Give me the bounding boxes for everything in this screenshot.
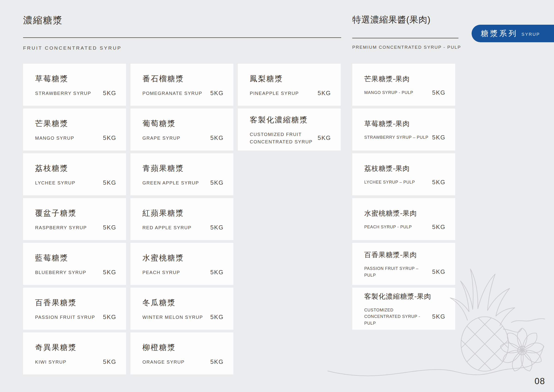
product-card: 冬瓜糖漿 WINTER MELON SYRUP 5KG (131, 288, 233, 330)
product-name-zh: 葡萄糖漿 (142, 119, 224, 128)
product-card: 客製化濃縮糖漿 CUSTOMIZED FRUIT CONCENTRATED SY… (238, 109, 341, 151)
product-name-en: PEACH SYRUP (142, 269, 180, 276)
product-name-en: POMEGRANATE SYRUP (142, 90, 202, 97)
product-size: 5KG (207, 269, 224, 276)
product-size: 5KG (314, 134, 331, 141)
product-size: 5KG (429, 224, 445, 231)
product-name-zh: 芒果糖漿 (35, 119, 116, 128)
product-name-en: KIWI SYRUP (35, 358, 67, 366)
product-name-zh: 番石榴糖漿 (142, 74, 224, 83)
product-name-zh: 草莓糖漿-果肉 (364, 119, 445, 128)
syrup-card-grid: 草莓糖漿 STRAWBERRY SYRUP 5KG 芒果糖漿 MANGO SYR… (23, 64, 341, 374)
product-card: 百香果糖漿 PASSION FRUIT SYRUP 5KG (23, 288, 126, 330)
product-card: 荔枝糖漿 LYCHEE SYRUP 5KG (23, 153, 126, 195)
product-size: 5KG (99, 358, 116, 365)
product-name-zh: 柳橙糖漿 (142, 343, 224, 352)
product-name-zh: 荔枝糖漿 (35, 163, 116, 173)
series-badge-title: 糖漿系列 (481, 28, 518, 39)
section-subtitle-syrup: FRUIT CONCENTRATED SYRUP (23, 45, 122, 51)
product-card: 草莓糖漿 STRAWBERRY SYRUP 5KG (23, 64, 126, 106)
product-size: 5KG (99, 90, 116, 97)
product-name-zh: 水蜜桃糖漿 (142, 253, 224, 262)
product-name-en: BLUEBERRY SYRUP (35, 269, 86, 276)
product-name-en: LYCHEE SYRUP – PULP (364, 179, 415, 186)
product-name-zh: 冬瓜糖漿 (142, 298, 224, 307)
product-name-zh: 藍莓糖漿 (35, 253, 116, 262)
product-card: 奇異果糖漿 KIWI SYRUP 5KG (23, 332, 126, 374)
section-subtitle-pulp: PREMIUM CONCENTRATED SYRUP - PULP (352, 45, 461, 50)
product-name-en: PINEAPPLE SYRUP (250, 90, 299, 97)
product-size: 5KG (207, 358, 224, 365)
product-name-zh: 紅蘋果糖漿 (142, 208, 224, 218)
product-card: 紅蘋果糖漿 RED APPLE SYRUP 5KG (131, 198, 233, 240)
product-name-en: RASPBERRY SYRUP (35, 224, 87, 231)
product-card: 水蜜桃糖漿 PEACH SYRUP 5KG (131, 243, 233, 285)
section-title-pulp: 特選濃縮果醬(果肉) (352, 14, 430, 26)
pineapple-line-art-illustration (325, 260, 547, 384)
product-size: 5KG (207, 90, 224, 97)
product-name-en: STRAWBERRY SYRUP (35, 90, 91, 97)
product-card: 柳橙糖漿 ORANGE SYRUP 5KG (131, 332, 233, 374)
product-name-zh: 覆盆子糖漿 (35, 208, 116, 218)
product-name-en: MANGO SYRUP (35, 134, 74, 142)
product-name-zh: 芒果糖漿-果肉 (364, 75, 445, 83)
product-name-en: PASSION FRUIT SYRUP (35, 314, 95, 321)
product-size: 5KG (207, 224, 224, 231)
product-name-zh: 水蜜桃糖漿-果肉 (364, 209, 445, 218)
product-name-en: ORANGE SYRUP (142, 358, 185, 366)
product-size: 5KG (429, 89, 445, 96)
product-card: 草莓糖漿-果肉 STRAWBERRY SYRUP – PULP 5KG (352, 109, 455, 151)
series-badge: 糖漿系列 SYRUP (471, 25, 554, 42)
product-card: 芒果糖漿-果肉 MANGO SYRUP - PULP 5KG (352, 64, 455, 106)
product-size: 5KG (429, 179, 445, 186)
section-divider-syrup (23, 37, 341, 38)
product-name-zh: 鳳梨糖漿 (250, 74, 331, 83)
pineapple-lattice (429, 310, 540, 384)
product-size: 5KG (429, 134, 445, 141)
product-card: 荔枝糖漿-果肉 LYCHEE SYRUP – PULP 5KG (352, 153, 455, 195)
page-number: 08 (535, 376, 545, 386)
product-name-en: GRAPE SYRUP (142, 134, 180, 142)
wavy-line (328, 346, 544, 376)
product-name-zh: 荔枝糖漿-果肉 (364, 164, 445, 173)
section-title-syrup: 濃縮糖漿 (23, 14, 63, 27)
product-card: 覆盆子糖漿 RASPBERRY SYRUP 5KG (23, 198, 126, 240)
product-name-zh: 草莓糖漿 (35, 74, 116, 83)
product-size: 5KG (99, 179, 116, 186)
product-size: 5KG (207, 179, 224, 186)
catalog-page: 濃縮糖漿 FRUIT CONCENTRATED SYRUP 特選濃縮果醬(果肉)… (0, 0, 554, 392)
product-name-zh: 青蘋果糖漿 (142, 163, 224, 173)
product-name-en: MANGO SYRUP - PULP (364, 89, 413, 96)
product-card: 藍莓糖漿 BLUEBERRY SYRUP 5KG (23, 243, 126, 285)
product-card: 番石榴糖漿 POMEGRANATE SYRUP 5KG (131, 64, 233, 106)
product-size: 5KG (99, 269, 116, 276)
product-name-zh: 百香果糖漿 (35, 298, 116, 307)
product-size: 5KG (99, 314, 116, 321)
product-card: 水蜜桃糖漿-果肉 PEACH SYRUP - PULP 5KG (352, 198, 455, 240)
product-size: 5KG (207, 134, 224, 141)
product-card: 鳳梨糖漿 PINEAPPLE SYRUP 5KG (238, 64, 341, 106)
product-name-en: CUSTOMIZED FRUIT CONCENTRATED SYRUP (250, 131, 314, 146)
product-card: 葡萄糖漿 GRAPE SYRUP 5KG (131, 109, 233, 151)
product-name-en: STRAWBERRY SYRUP – PULP (364, 134, 429, 141)
product-name-zh: 客製化濃縮糖漿 (250, 115, 331, 125)
product-size: 5KG (314, 90, 331, 97)
product-name-en: PEACH SYRUP - PULP (364, 224, 412, 231)
product-size: 5KG (99, 224, 116, 231)
series-badge-label: SYRUP (521, 32, 540, 37)
product-name-en: RED APPLE SYRUP (142, 224, 192, 231)
flower (499, 328, 545, 373)
product-card: 芒果糖漿 MANGO SYRUP 5KG (23, 109, 126, 151)
product-name-zh: 奇異果糖漿 (35, 343, 116, 352)
section-divider-pulp (352, 38, 458, 38)
product-name-en: WINTER MELON SYRUP (142, 314, 203, 321)
product-card: 青蘋果糖漿 GREEN APPLE SYRUP 5KG (131, 153, 233, 195)
product-name-zh: 百香果糖漿-果肉 (364, 251, 445, 259)
product-name-en: LYCHEE SYRUP (35, 179, 76, 187)
product-size: 5KG (99, 134, 116, 141)
product-size: 5KG (207, 314, 224, 321)
product-name-en: GREEN APPLE SYRUP (142, 179, 199, 187)
